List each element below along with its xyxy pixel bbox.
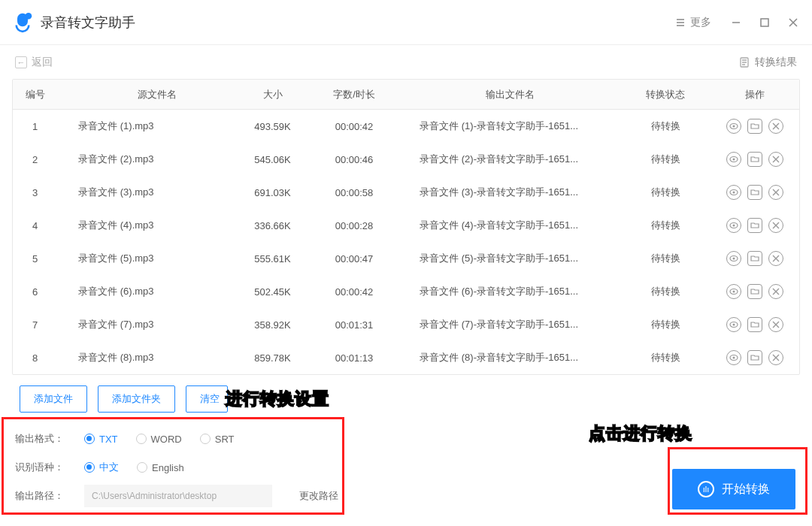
back-button[interactable]: ← 返回: [15, 56, 53, 69]
delete-icon[interactable]: [768, 119, 783, 134]
cell-index: 7: [13, 319, 57, 331]
format-srt-radio[interactable]: SRT: [200, 434, 235, 445]
add-file-button[interactable]: 添加文件: [20, 385, 87, 413]
cell-source: 录音文件 (7).mp3: [57, 318, 235, 331]
cell-actions: [710, 119, 799, 134]
language-label: 识别语种：: [15, 461, 66, 474]
table-row: 4录音文件 (4).mp3336.66K00:00:28录音文件 (4)-录音转…: [13, 209, 799, 242]
format-word-radio[interactable]: WORD: [136, 434, 182, 445]
table-row: 3录音文件 (3).mp3691.03K00:00:58录音文件 (3)-录音转…: [13, 176, 799, 209]
cell-status: 待转换: [621, 119, 710, 133]
preview-icon[interactable]: [726, 284, 741, 299]
cell-index: 4: [13, 220, 57, 231]
cell-actions: [710, 317, 799, 332]
results-button[interactable]: 转换结果: [738, 56, 797, 69]
preview-icon[interactable]: [726, 350, 741, 365]
preview-icon[interactable]: [726, 119, 741, 134]
cell-size: 358.92K: [235, 319, 310, 331]
svg-rect-1: [761, 19, 768, 26]
cell-status: 待转换: [621, 252, 710, 265]
cell-duration: 00:01:31: [310, 319, 398, 331]
table-row: 5录音文件 (5).mp3555.61K00:00:47录音文件 (5)-录音转…: [13, 242, 799, 275]
cell-output: 录音文件 (1)-录音转文字助手-1651...: [398, 119, 621, 133]
preview-icon[interactable]: [726, 152, 741, 167]
table-header: 编号 源文件名 大小 字数/时长 输出文件名 转换状态 操作: [13, 80, 799, 110]
lang-en-radio[interactable]: English: [137, 462, 184, 473]
delete-icon[interactable]: [768, 317, 783, 332]
svg-point-18: [732, 357, 735, 359]
format-txt-radio[interactable]: TXT: [84, 434, 118, 445]
cell-size: 691.03K: [235, 187, 310, 198]
col-header-index: 编号: [13, 88, 57, 101]
cell-actions: [710, 284, 799, 299]
svg-point-4: [732, 125, 735, 128]
delete-icon[interactable]: [768, 218, 783, 233]
cell-duration: 00:00:42: [310, 121, 398, 132]
cell-size: 545.06K: [235, 154, 310, 165]
folder-icon[interactable]: [747, 218, 762, 233]
cell-source: 录音文件 (1).mp3: [57, 119, 235, 133]
maximize-button[interactable]: [758, 16, 771, 29]
minimize-button[interactable]: [729, 16, 743, 29]
format-label: 输出格式：: [15, 432, 66, 446]
col-header-source: 源文件名: [57, 88, 235, 101]
cell-index: 1: [13, 121, 57, 132]
svg-point-14: [732, 291, 735, 293]
cell-status: 待转换: [621, 153, 710, 166]
preview-icon[interactable]: [726, 317, 741, 332]
start-convert-button[interactable]: ılı 开始转换: [672, 469, 795, 509]
cell-source: 录音文件 (2).mp3: [57, 153, 235, 166]
close-button[interactable]: [786, 16, 800, 29]
folder-icon[interactable]: [747, 350, 762, 365]
delete-icon[interactable]: [768, 284, 783, 299]
menu-icon: [675, 17, 686, 28]
cell-index: 6: [13, 286, 57, 298]
app-logo-icon: [12, 12, 33, 33]
table-row: 6录音文件 (6).mp3502.45K00:00:42录音文件 (6)-录音转…: [13, 275, 799, 308]
cell-actions: [710, 152, 799, 167]
clear-button[interactable]: 清空: [186, 385, 228, 413]
svg-point-8: [732, 192, 735, 194]
change-path-button[interactable]: 更改路径: [299, 489, 338, 503]
add-folder-button[interactable]: 添加文件夹: [98, 385, 175, 413]
delete-icon[interactable]: [768, 185, 783, 200]
path-label: 输出路径：: [15, 489, 66, 503]
cell-size: 859.78K: [235, 352, 310, 364]
preview-icon[interactable]: [726, 185, 741, 200]
toolbar: ← 返回 转换结果: [0, 45, 812, 79]
cell-duration: 00:01:13: [310, 352, 398, 364]
folder-icon[interactable]: [747, 119, 762, 134]
folder-icon[interactable]: [747, 317, 762, 332]
lang-zh-radio[interactable]: 中文: [84, 461, 119, 474]
cell-output: 录音文件 (8)-录音转文字助手-1651...: [398, 351, 621, 364]
cell-duration: 00:00:58: [310, 187, 398, 198]
delete-icon[interactable]: [768, 152, 783, 167]
file-table: 编号 源文件名 大小 字数/时长 输出文件名 转换状态 操作 1录音文件 (1)…: [12, 79, 800, 375]
delete-icon[interactable]: [768, 350, 783, 365]
cell-actions: [710, 350, 799, 365]
preview-icon[interactable]: [726, 251, 741, 266]
output-path-input[interactable]: [84, 485, 272, 507]
cell-actions: [710, 218, 799, 233]
back-arrow-icon: ←: [15, 56, 27, 68]
cell-source: 录音文件 (4).mp3: [57, 219, 235, 232]
cell-status: 待转换: [621, 318, 710, 331]
preview-icon[interactable]: [726, 218, 741, 233]
col-header-status: 转换状态: [621, 88, 710, 101]
folder-icon[interactable]: [747, 251, 762, 266]
cell-output: 录音文件 (3)-录音转文字助手-1651...: [398, 186, 621, 199]
table-row: 7录音文件 (7).mp3358.92K00:01:31录音文件 (7)-录音转…: [13, 308, 799, 341]
cell-status: 待转换: [621, 285, 710, 298]
folder-icon[interactable]: [747, 152, 762, 167]
svg-point-10: [732, 225, 735, 227]
delete-icon[interactable]: [768, 251, 783, 266]
app-logo: 录音转文字助手: [12, 12, 675, 33]
folder-icon[interactable]: [747, 284, 762, 299]
convert-icon: ılı: [698, 481, 714, 497]
folder-icon[interactable]: [747, 185, 762, 200]
cell-size: 502.45K: [235, 286, 310, 298]
cell-output: 录音文件 (6)-录音转文字助手-1651...: [398, 285, 621, 298]
more-button[interactable]: 更多: [675, 16, 711, 29]
col-header-size: 大小: [235, 88, 310, 101]
cell-source: 录音文件 (3).mp3: [57, 186, 235, 199]
